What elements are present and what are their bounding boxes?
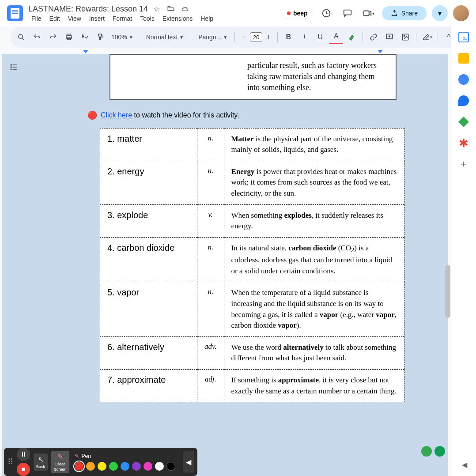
style-value: Normal text [146, 34, 178, 41]
tasks-icon[interactable] [458, 74, 469, 85]
star-icon[interactable]: ☆ [151, 4, 162, 14]
meet-icon[interactable]: ▾ [361, 5, 377, 21]
scrollbar-thumb[interactable] [445, 265, 450, 318]
color-swatch[interactable] [132, 462, 141, 471]
term-cell[interactable]: 6. alternatively [100, 336, 197, 369]
pen-icon: ✎ [75, 453, 79, 459]
print-icon[interactable] [62, 30, 76, 44]
underline-icon[interactable]: U [313, 30, 327, 44]
docs-logo[interactable] [7, 5, 23, 21]
expand-side-panel-icon[interactable]: ◀ [462, 461, 467, 469]
calendar-icon[interactable]: 31 [458, 32, 469, 42]
color-swatch[interactable] [109, 462, 118, 471]
color-swatch[interactable] [121, 462, 129, 471]
font-size-input[interactable] [250, 32, 262, 42]
text-color-icon[interactable]: A [329, 30, 343, 44]
add-comment-icon[interactable] [382, 30, 397, 44]
contacts-icon[interactable] [458, 95, 469, 106]
term-cell[interactable]: 2. energy [100, 161, 197, 204]
menu-view[interactable]: View [65, 14, 84, 23]
pause-record-col: ⏸ ■ [17, 448, 30, 476]
spellcheck-icon[interactable] [78, 30, 92, 44]
menu-edit[interactable]: Edit [46, 14, 63, 23]
link-icon[interactable] [366, 30, 381, 44]
definition-cell[interactable]: When something explodes, it suddenly rel… [224, 204, 404, 237]
insert-image-icon[interactable] [398, 30, 412, 44]
font-value: Pango... [198, 34, 221, 41]
share-button[interactable]: Share [382, 6, 427, 20]
editing-mode-icon[interactable]: ▾ [420, 30, 434, 44]
definition-cell[interactable]: We use the word alternatively to talk ab… [224, 336, 404, 369]
undo-icon[interactable] [30, 30, 44, 44]
clear-screen-button[interactable]: ✎ Clear Screen [51, 451, 69, 473]
color-swatch[interactable] [98, 462, 106, 471]
term-cell[interactable]: 5. vapor [100, 282, 197, 337]
asterisk-icon[interactable]: ✱ [458, 138, 469, 148]
term-cell[interactable]: 1. matter [100, 128, 197, 161]
beep-text: beep [293, 10, 308, 17]
ruler-left-marker[interactable] [83, 50, 88, 53]
menu-insert[interactable]: Insert [86, 14, 108, 23]
video-line: 🔴 Click here to watch the video for this… [87, 110, 418, 120]
paragraph-style-select[interactable]: Normal text ▼ [143, 34, 187, 41]
video-link[interactable]: Click here [101, 111, 132, 119]
menu-file[interactable]: File [28, 14, 45, 23]
color-swatch[interactable] [75, 462, 83, 471]
definition-cell[interactable]: If something is approximate, it is very … [224, 370, 404, 402]
stop-record-icon[interactable]: ■ [17, 463, 30, 476]
definition-cell[interactable]: When the temperature of a liquid substan… [224, 282, 404, 337]
ruler-right-marker[interactable] [378, 50, 383, 53]
svg-point-10 [404, 35, 405, 37]
move-icon[interactable] [166, 4, 176, 14]
avatar[interactable] [453, 5, 469, 21]
quick-share-button[interactable]: ▾ [432, 5, 448, 21]
redo-icon[interactable] [46, 30, 60, 44]
highlight-icon[interactable] [345, 30, 359, 44]
table-row: 3. explodev.When something explodes, it … [100, 204, 404, 237]
menu-format[interactable]: Format [110, 14, 135, 23]
color-swatch[interactable] [86, 462, 95, 471]
bold-icon[interactable]: B [281, 30, 295, 44]
beep-badge[interactable]: beep [282, 8, 313, 19]
outline-icon[interactable] [6, 59, 22, 75]
color-swatch[interactable] [144, 462, 152, 471]
menubar: FileEditViewInsertFormatToolsExtensionsH… [28, 14, 216, 23]
color-swatch[interactable] [155, 462, 164, 471]
font-size-control: − + [238, 32, 274, 42]
collapse-bar-icon[interactable]: ◀ [183, 451, 194, 472]
italic-icon[interactable]: I [297, 30, 311, 44]
add-addon-icon[interactable]: + [458, 159, 469, 170]
term-cell[interactable]: 4. carbon dioxide [100, 238, 197, 282]
share-label: Share [401, 10, 418, 17]
decrease-font-icon[interactable]: − [238, 32, 249, 42]
svg-point-12 [11, 67, 11, 68]
document-title[interactable]: LASTNAME: Rewards: Lesson 14 [28, 4, 148, 14]
definition-cell[interactable]: In its natural state, carbon dioxide (CO… [224, 238, 404, 282]
drag-grip-icon[interactable]: ⠿ [8, 457, 13, 467]
history-icon[interactable] [318, 5, 334, 21]
term-cell[interactable]: 7. approximate [100, 370, 197, 402]
keep-icon[interactable] [458, 53, 469, 64]
comments-icon[interactable] [340, 5, 355, 21]
term-cell[interactable]: 3. explode [100, 204, 197, 237]
video-rest: to watch the video for this activity. [134, 111, 239, 119]
cloud-icon[interactable] [180, 4, 190, 14]
zoom-select[interactable]: 100% ▼ [110, 34, 135, 41]
definition-cell[interactable]: Matter is the physical part of the unive… [224, 128, 404, 161]
font-select[interactable]: Pango... ▼ [195, 34, 231, 41]
back-button[interactable]: ↖ Back [34, 453, 48, 471]
table-row: 2. energyn.Energy is power that provides… [100, 161, 404, 204]
pause-icon[interactable]: ⏸ [17, 448, 30, 461]
menu-extensions[interactable]: Extensions [159, 14, 196, 23]
svg-rect-2 [364, 11, 369, 16]
menu-tools[interactable]: Tools [137, 14, 158, 23]
grammarly-icon[interactable] [421, 446, 432, 457]
definition-cell[interactable]: Energy is power that provides heat or ma… [224, 161, 404, 204]
increase-font-icon[interactable]: + [263, 32, 274, 42]
color-swatch[interactable] [166, 462, 175, 471]
paint-format-icon[interactable] [94, 30, 108, 44]
extension-icon[interactable] [434, 446, 445, 457]
maps-icon[interactable] [458, 117, 469, 127]
menu-help[interactable]: Help [197, 14, 216, 23]
search-icon[interactable] [14, 30, 28, 44]
